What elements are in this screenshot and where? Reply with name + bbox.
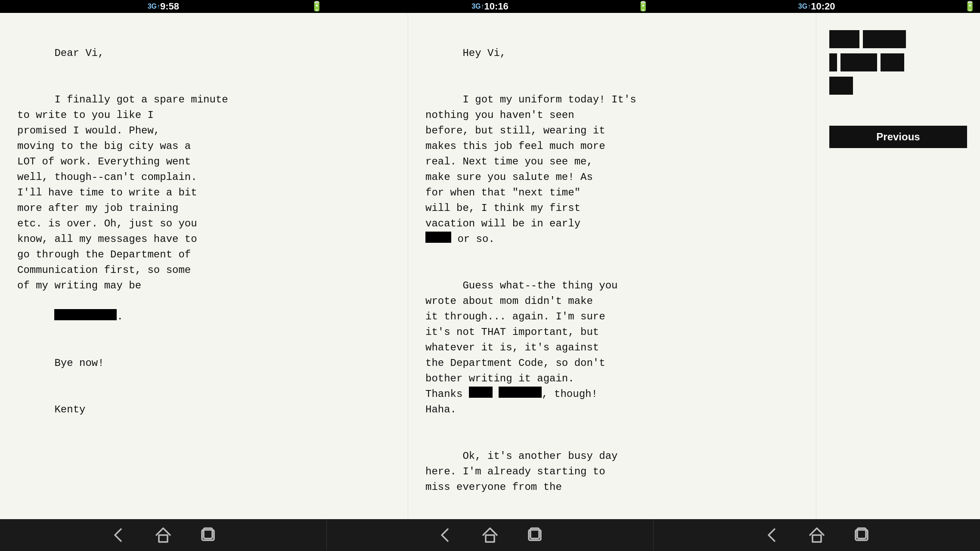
status-bars: 3G↑ 9:58 🔋 3G↑ 10:16 🔋 3G↑ 10:20 🔋 <box>0 0 980 13</box>
control-block-2a <box>829 53 837 71</box>
right-panel: Previous <box>816 13 980 519</box>
middle-greeting: Hey Vi, <box>462 47 506 59</box>
icons-1: 🔋 <box>311 1 323 12</box>
controls-row-3 <box>829 77 967 95</box>
back-button-2[interactable] <box>436 526 455 545</box>
left-letter: Dear Vi, I finally got a spare minute to… <box>17 30 391 433</box>
left-panel: Dear Vi, I finally got a spare minute to… <box>0 13 408 519</box>
middle-letter: Hey Vi, I got my uniform today! It'snoth… <box>425 30 799 511</box>
control-block-2c <box>881 53 904 71</box>
middle-body3: Ok, it's another busy dayhere. I'm alrea… <box>425 450 617 493</box>
left-redacted <box>54 309 117 320</box>
nav-section-3 <box>654 519 980 551</box>
time-2: 10:16 <box>484 1 509 12</box>
home-button-1[interactable] <box>154 526 173 545</box>
signal-1: 3G↑ <box>148 3 160 10</box>
battery-icon-2: 🔋 <box>637 1 649 12</box>
control-block-2b <box>840 53 877 71</box>
middle-redacted-thanks2 <box>499 387 542 398</box>
recents-button-2[interactable] <box>525 526 544 545</box>
status-bar-2: 3G↑ 10:16 🔋 <box>327 0 654 13</box>
svg-rect-0 <box>159 535 167 542</box>
nav-bar <box>0 519 980 551</box>
icons-2: 🔋 <box>637 1 649 12</box>
icons-3: 🔋 <box>964 1 976 12</box>
battery-icon-1: 🔋 <box>311 1 323 12</box>
recents-button-3[interactable] <box>852 526 871 545</box>
middle-redacted-thanks1 <box>469 387 493 398</box>
svg-rect-3 <box>486 535 494 542</box>
signal-2: 3G↑ <box>471 3 484 10</box>
battery-icon-3: 🔋 <box>964 1 976 12</box>
left-body2: . <box>117 311 123 322</box>
control-block-3a <box>829 77 853 95</box>
status-bar-1: 3G↑ 9:58 🔋 <box>0 0 327 13</box>
time-3: 10:20 <box>811 1 835 12</box>
left-closing: Bye now! <box>54 357 104 369</box>
previous-button[interactable]: Previous <box>829 126 967 148</box>
home-button-2[interactable] <box>481 526 499 545</box>
left-greeting: Dear Vi, <box>54 47 104 59</box>
control-block-1a <box>829 30 859 48</box>
control-block-1b <box>863 30 906 48</box>
nav-section-2 <box>327 519 654 551</box>
left-signature: Kenty <box>54 404 85 415</box>
svg-rect-6 <box>813 535 821 542</box>
recents-button-1[interactable] <box>198 526 217 545</box>
back-button-1[interactable] <box>109 526 128 545</box>
main-content: Dear Vi, I finally got a spare minute to… <box>0 13 980 519</box>
middle-panel: Hey Vi, I got my uniform today! It'snoth… <box>408 13 816 519</box>
home-button-3[interactable] <box>807 526 826 545</box>
left-body1: I finally got a spare minute to write to… <box>17 94 228 291</box>
status-bar-3: 3G↑ 10:20 🔋 <box>653 0 980 13</box>
middle-body2: Guess what--the thing youwrote about mom… <box>425 280 617 415</box>
middle-redacted-month <box>425 232 451 243</box>
nav-section-1 <box>0 519 327 551</box>
signal-3: 3G↑ <box>798 3 811 10</box>
controls-row-2 <box>829 53 967 71</box>
controls-row-1 <box>829 30 967 48</box>
back-button-3[interactable] <box>763 526 782 545</box>
time-1: 9:58 <box>160 1 179 12</box>
middle-body1: I got my uniform today! It'snothing you … <box>425 94 636 245</box>
